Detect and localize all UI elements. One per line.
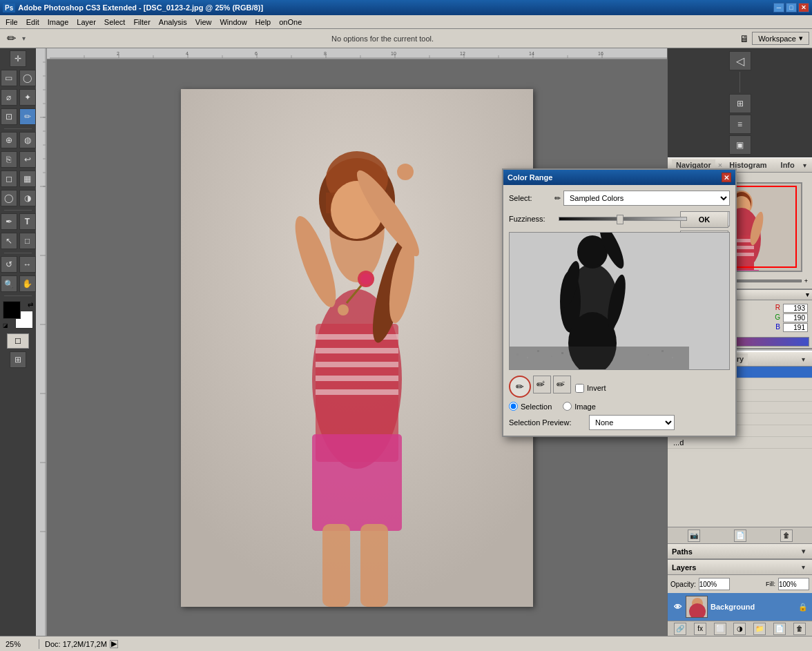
fg-bg-colors: ⇄ ◪ bbox=[3, 301, 33, 329]
cr-fuzziness-slider[interactable] bbox=[559, 217, 667, 221]
rect-marquee-tool[interactable]: ▭ bbox=[1, 70, 17, 86]
rgb-panel-collapse[interactable]: ▾ bbox=[806, 291, 809, 298]
paths-collapse-btn[interactable]: ▾ bbox=[798, 547, 808, 556]
3d-rotate-tool[interactable]: ↺ bbox=[1, 256, 17, 273]
layers-group-btn[interactable]: 📁 bbox=[753, 623, 766, 635]
layers-adj-btn[interactable]: ◑ bbox=[733, 623, 746, 635]
shape-tool[interactable]: □ bbox=[19, 233, 36, 249]
svg-rect-88 bbox=[510, 347, 667, 369]
gradient-tool[interactable]: ▦ bbox=[19, 171, 36, 187]
panel-icon-3[interactable]: ▣ bbox=[729, 135, 751, 155]
layers-effects-btn[interactable]: fx bbox=[694, 623, 706, 635]
lasso-tool[interactable]: ⌀ bbox=[1, 89, 17, 106]
menu-select[interactable]: Select bbox=[100, 15, 130, 28]
heal-brush-tool[interactable]: ⊕ bbox=[1, 132, 17, 148]
crop-tool[interactable]: ⊡ bbox=[1, 108, 17, 125]
quick-mask-toggle[interactable]: ☐ bbox=[7, 333, 29, 349]
cr-eyedropper-sample[interactable]: ✏ bbox=[511, 378, 529, 396]
dodge-tool[interactable]: ◯ bbox=[1, 190, 17, 206]
eyedropper-toolbar-tool[interactable]: ✏ bbox=[3, 31, 19, 46]
cr-eyedropper-add[interactable]: ✏+ bbox=[533, 376, 551, 393]
paths-title: Paths bbox=[672, 547, 693, 556]
ellipse-marquee-tool[interactable]: ◯ bbox=[19, 70, 36, 86]
canvas-area: 1 2 3 4 5 6 7 8 bbox=[36, 48, 667, 636]
close-btn[interactable]: ✕ bbox=[798, 3, 809, 12]
hand-tool[interactable]: ✋ bbox=[19, 275, 36, 292]
menu-file[interactable]: File bbox=[1, 15, 22, 28]
layers-delete-btn[interactable]: 🗑 bbox=[793, 623, 806, 635]
cr-select-dropdown[interactable]: Sampled Colors Reds Yellows Greens Cyans… bbox=[563, 191, 667, 206]
rgb-g-input[interactable]: 190 bbox=[783, 313, 808, 322]
navigator-collapse-btn[interactable]: ▾ bbox=[802, 160, 808, 170]
screen-mode-btn[interactable]: ⊞ bbox=[10, 351, 26, 368]
eyedropper-tool[interactable]: ✏ bbox=[19, 108, 36, 125]
panel-icon-2[interactable]: ≡ bbox=[729, 115, 751, 134]
menu-onone[interactable]: onOne bbox=[275, 15, 306, 28]
layer-thumbnail bbox=[686, 596, 708, 618]
svg-text:10: 10 bbox=[391, 51, 396, 56]
toolbox-row-3: ⌀ ✦ bbox=[0, 88, 36, 106]
menu-analysis[interactable]: Analysis bbox=[155, 15, 191, 28]
paths-header: Paths ▾ bbox=[668, 544, 812, 559]
actions-collapse-btn[interactable]: ▾ bbox=[798, 354, 808, 364]
status-separator bbox=[39, 639, 39, 649]
cr-image-radio[interactable] bbox=[563, 402, 572, 411]
panel-icon-1[interactable]: ⊞ bbox=[729, 94, 751, 113]
toolbox-row-4: ⊡ ✏ bbox=[0, 108, 36, 126]
history-brush-tool[interactable]: ↩ bbox=[19, 151, 36, 168]
workspace-button[interactable]: Workspace ▾ bbox=[752, 32, 809, 45]
burn-tool[interactable]: ◑ bbox=[19, 190, 36, 206]
layer-background[interactable]: 👁 Background 🔒 bbox=[668, 593, 812, 621]
default-colors-icon[interactable]: ◪ bbox=[3, 322, 8, 329]
history-item-d[interactable]: ...d bbox=[668, 437, 812, 449]
menu-filter[interactable]: Filter bbox=[129, 15, 154, 28]
toolbox: ✛ ▭ ◯ ⌀ ✦ ⊡ ✏ ⊕ ◍ ⎘ ↩ ◻ ▦ ◯ ◑ bbox=[0, 48, 36, 636]
fill-input[interactable] bbox=[778, 578, 809, 590]
clone-stamp-tool[interactable]: ⎘ bbox=[1, 151, 17, 168]
menu-view[interactable]: View bbox=[191, 15, 216, 28]
status-arrow-btn[interactable]: ▶ bbox=[110, 640, 118, 648]
minimize-btn[interactable]: ─ bbox=[773, 3, 784, 12]
foreground-color-swatch[interactable] bbox=[3, 301, 21, 319]
move-tool[interactable]: ✛ bbox=[10, 50, 26, 67]
text-tool[interactable]: T bbox=[19, 213, 36, 230]
menu-image[interactable]: Image bbox=[44, 15, 73, 28]
menu-help[interactable]: Help bbox=[251, 15, 276, 28]
eraser-tool[interactable]: ◻ bbox=[1, 171, 17, 187]
layer-visibility-icon[interactable]: 👁 bbox=[672, 601, 683, 612]
panel-icon-separator bbox=[740, 72, 740, 93]
menu-window[interactable]: Window bbox=[215, 15, 251, 28]
brush-tool[interactable]: ◍ bbox=[19, 132, 36, 148]
cr-eyedropper-subtract[interactable]: ✏− bbox=[553, 376, 571, 393]
cr-selection-radio[interactable] bbox=[509, 402, 518, 411]
3d-pan-tool[interactable]: ↔ bbox=[19, 256, 36, 273]
history-new-snapshot-btn[interactable]: 📷 bbox=[688, 529, 700, 542]
panel-collapse-icon[interactable]: ◁ bbox=[729, 51, 751, 70]
menu-edit[interactable]: Edit bbox=[22, 15, 44, 28]
menu-layer[interactable]: Layer bbox=[72, 15, 100, 28]
cr-preview-dropdown[interactable]: None Grayscale Black Matte White Matte Q… bbox=[589, 415, 667, 430]
switch-colors-icon[interactable]: ⇄ bbox=[28, 301, 33, 309]
quick-selection-tool[interactable]: ✦ bbox=[19, 89, 36, 106]
tab-info[interactable]: Info bbox=[777, 159, 799, 171]
rgb-r-input[interactable]: 193 bbox=[783, 304, 808, 313]
path-select-tool[interactable]: ↖ bbox=[1, 233, 17, 249]
rgb-r-label: R bbox=[775, 304, 780, 313]
svg-rect-92 bbox=[551, 356, 552, 357]
zoom-tool[interactable]: 🔍 bbox=[1, 275, 17, 292]
image-canvas[interactable]: Color Range ✕ OK Reset Load... Save... bbox=[47, 59, 667, 636]
maximize-btn[interactable]: □ bbox=[786, 3, 797, 12]
eyedropper-circle: ✏ bbox=[509, 376, 531, 398]
nav-zoom-in-icon[interactable]: + bbox=[804, 278, 808, 284]
layers-link-btn[interactable]: 🔗 bbox=[674, 623, 686, 635]
layers-mask-btn[interactable]: ⬜ bbox=[714, 623, 726, 635]
svg-rect-90 bbox=[527, 357, 528, 358]
opacity-input[interactable] bbox=[699, 578, 730, 590]
pen-tool[interactable]: ✒ bbox=[1, 213, 17, 230]
rgb-b-input[interactable]: 191 bbox=[783, 323, 808, 332]
history-new-document-btn[interactable]: 📄 bbox=[734, 529, 746, 542]
cr-invert-checkbox[interactable] bbox=[575, 384, 584, 393]
layers-new-btn[interactable]: 📄 bbox=[773, 623, 786, 635]
history-delete-btn[interactable]: 🗑 bbox=[780, 529, 793, 542]
layers-collapse-btn[interactable]: ▾ bbox=[798, 563, 808, 572]
